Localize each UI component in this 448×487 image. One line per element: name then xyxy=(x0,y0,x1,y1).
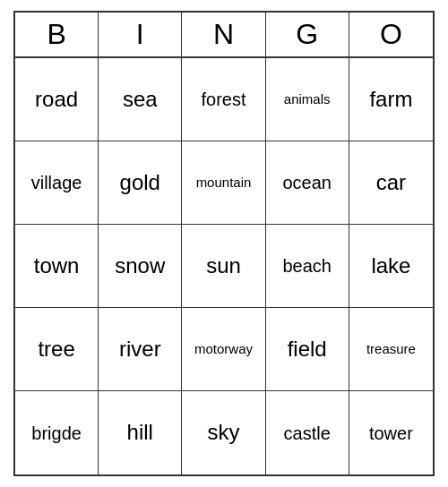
bingo-cell[interactable]: village xyxy=(15,141,99,225)
bingo-cell-text: town xyxy=(34,253,80,279)
bingo-cell-text: farm xyxy=(369,87,412,113)
bingo-cell-text: forest xyxy=(201,89,246,110)
bingo-cell-text: snow xyxy=(115,253,165,279)
bingo-cell-text: brigde xyxy=(31,423,82,444)
bingo-cell[interactable]: farm xyxy=(349,58,433,141)
bingo-cell-text: hill xyxy=(127,420,153,446)
bingo-header-letter: N xyxy=(182,13,265,56)
bingo-cell[interactable]: animals xyxy=(266,58,349,141)
bingo-cell[interactable]: ocean xyxy=(266,141,349,225)
bingo-cell[interactable]: tower xyxy=(349,391,433,474)
bingo-cell[interactable]: snow xyxy=(99,225,182,308)
bingo-cell[interactable]: mountain xyxy=(182,141,265,225)
bingo-cell-text: castle xyxy=(284,423,331,444)
bingo-cell-text: mountain xyxy=(196,175,252,191)
bingo-cell[interactable]: hill xyxy=(99,391,182,474)
bingo-cell[interactable]: beach xyxy=(266,225,349,308)
bingo-cell-text: ocean xyxy=(282,172,332,193)
bingo-cell-text: sky xyxy=(207,420,239,446)
bingo-cell-text: tree xyxy=(38,337,74,363)
bingo-cell[interactable]: tree xyxy=(15,308,99,391)
bingo-cell-text: animals xyxy=(284,91,331,107)
bingo-cell[interactable]: river xyxy=(99,308,182,391)
bingo-header-letter: I xyxy=(99,13,182,56)
bingo-cell[interactable]: road xyxy=(15,58,99,141)
bingo-cell[interactable]: treasure xyxy=(349,308,433,391)
bingo-cell-text: sun xyxy=(206,253,241,279)
bingo-cell[interactable]: field xyxy=(266,308,349,391)
bingo-header-letter: O xyxy=(349,13,433,56)
bingo-cell-text: village xyxy=(31,172,82,193)
bingo-cell-text: river xyxy=(119,337,161,363)
bingo-header-letter: B xyxy=(15,13,99,56)
bingo-cell-text: car xyxy=(376,170,406,196)
bingo-header: BINGO xyxy=(15,13,433,58)
bingo-cell[interactable]: forest xyxy=(182,58,265,141)
bingo-cell-text: road xyxy=(35,87,78,113)
bingo-cell[interactable]: motorway xyxy=(182,308,265,391)
bingo-cell-text: field xyxy=(288,337,327,363)
bingo-cell-text: lake xyxy=(371,253,410,279)
bingo-cell[interactable]: sea xyxy=(99,58,182,141)
bingo-grid: roadseaforestanimalsfarmvillagegoldmount… xyxy=(15,58,433,474)
bingo-cell[interactable]: gold xyxy=(99,141,182,225)
bingo-cell[interactable]: sky xyxy=(182,391,265,474)
bingo-cell-text: sea xyxy=(123,87,158,113)
bingo-cell[interactable]: castle xyxy=(266,391,349,474)
bingo-cell[interactable]: sun xyxy=(182,225,265,308)
bingo-cell-text: tower xyxy=(369,423,413,444)
bingo-cell[interactable]: car xyxy=(349,141,433,225)
bingo-cell[interactable]: lake xyxy=(349,225,433,308)
bingo-cell-text: gold xyxy=(120,170,160,196)
bingo-cell-text: beach xyxy=(282,255,332,277)
bingo-cell[interactable]: town xyxy=(15,225,99,308)
bingo-cell-text: treasure xyxy=(366,341,416,357)
bingo-header-letter: G xyxy=(266,13,349,56)
bingo-cell-text: motorway xyxy=(194,341,253,357)
bingo-cell[interactable]: brigde xyxy=(15,391,99,474)
bingo-card: BINGO roadseaforestanimalsfarmvillagegol… xyxy=(13,11,435,476)
